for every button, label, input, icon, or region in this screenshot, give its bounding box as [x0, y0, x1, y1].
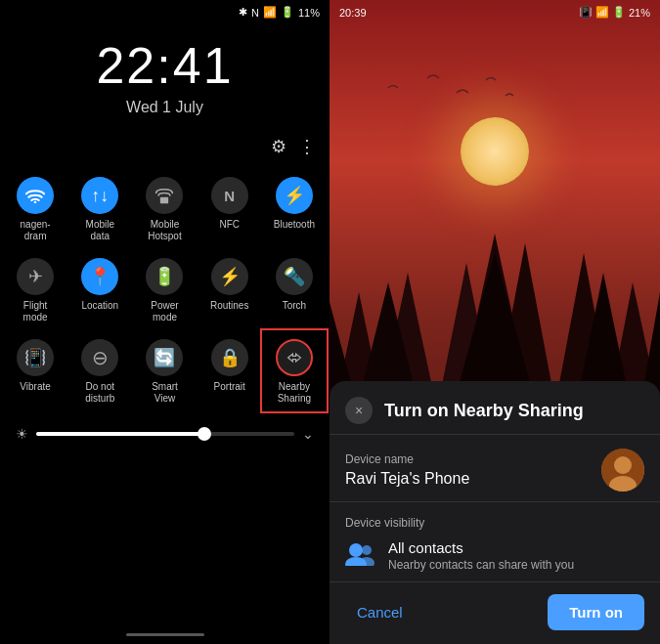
settings-icon[interactable]: ⚙ — [271, 136, 286, 157]
sheet-title: Turn on Nearby Sharing — [384, 401, 584, 421]
smart-view-label: SmartView — [152, 381, 178, 405]
home-indicator — [126, 633, 204, 636]
right-panel: 20:39 📳 📶 🔋 21% × Turn on Nearby Sharing… — [330, 0, 660, 644]
torch-label: Torch — [283, 300, 306, 312]
user-avatar — [601, 449, 644, 492]
mobile-data-label: Mobiledata — [86, 219, 114, 242]
device-name-label: Device name — [345, 452, 469, 466]
visibility-title: All contacts — [388, 539, 574, 556]
signal-status-icon: 📶 — [595, 6, 609, 19]
nfc-icon: N — [211, 177, 248, 214]
dnd-icon: ⊖ — [81, 339, 118, 376]
sheet-header: × Turn on Nearby Sharing — [330, 381, 660, 435]
svg-point-17 — [614, 456, 632, 474]
status-bar-right: 20:39 📳 📶 🔋 21% — [330, 0, 660, 19]
tile-nearby-sharing[interactable]: NearbySharing — [263, 331, 326, 410]
close-icon: × — [355, 403, 363, 418]
device-name-text-group: Device name Ravi Teja's Phone — [345, 452, 469, 488]
vibrate-icon: 📳 — [17, 339, 54, 376]
tile-portrait[interactable]: 🔒 Portrait — [198, 331, 261, 410]
tile-routines[interactable]: ⚡ Routines — [198, 250, 261, 329]
torch-icon: 🔦 — [276, 258, 313, 295]
routines-label: Routines — [210, 300, 248, 312]
routines-icon: ⚡ — [211, 258, 248, 295]
vibrate-status-icon: 📳 — [579, 6, 593, 19]
date-display: Wed 1 July — [0, 99, 330, 116]
visibility-option-row[interactable]: All contacts Nearby contacts can share w… — [345, 539, 644, 572]
dnd-label: Do notdisturb — [85, 381, 114, 405]
nearby-sharing-sheet: × Turn on Nearby Sharing Device name Rav… — [330, 381, 660, 644]
battery-pct-right: 21% — [629, 7, 650, 19]
visibility-text: All contacts Nearby contacts can share w… — [388, 539, 574, 572]
portrait-label: Portrait — [214, 381, 245, 393]
svg-point-20 — [362, 545, 372, 555]
birds-svg — [359, 59, 554, 137]
tile-bluetooth[interactable]: ⚡ Bluetooth — [263, 169, 326, 248]
battery-status-right: 🔋 — [612, 6, 626, 19]
turn-on-button[interactable]: Turn on — [548, 594, 644, 630]
power-mode-icon: 🔋 — [146, 258, 183, 295]
location-icon: 📍 — [81, 258, 118, 295]
nearby-sharing-label: NearbySharing — [278, 381, 311, 405]
tile-torch[interactable]: 🔦 Torch — [263, 250, 326, 329]
svg-rect-1 — [160, 197, 168, 204]
mobile-data-icon: ↑↓ — [81, 177, 118, 214]
bluetooth-status-icon: ✱ — [239, 6, 247, 19]
tile-smart-view[interactable]: 🔄 SmartView — [133, 331, 196, 410]
status-bar-left: ✱ N 📶 🔋 11% — [0, 0, 330, 19]
brightness-expand-icon[interactable]: ⌄ — [302, 426, 314, 442]
hotspot-label: MobileHotspot — [148, 219, 181, 242]
location-label: Location — [81, 300, 118, 312]
tile-power-mode[interactable]: 🔋 Powermode — [133, 250, 196, 329]
device-name-value: Ravi Teja's Phone — [345, 470, 469, 488]
vibrate-label: Vibrate — [20, 381, 51, 393]
bluetooth-label: Bluetooth — [274, 219, 315, 231]
portrait-icon: 🔒 — [211, 339, 248, 376]
sheet-actions: Cancel Turn on — [330, 582, 660, 636]
battery-percent: 11% — [298, 7, 320, 19]
cancel-button[interactable]: Cancel — [345, 596, 415, 628]
smart-view-icon: 🔄 — [146, 339, 183, 376]
clock-display: 22:41 — [0, 36, 330, 95]
nfc-status-icon: N — [251, 7, 259, 19]
battery-icon: 🔋 — [281, 6, 294, 19]
signal-icon: 📶 — [263, 6, 277, 19]
brightness-icon: ☀ — [16, 426, 28, 442]
device-name-section: Device name Ravi Teja's Phone — [330, 435, 660, 502]
time-right: 20:39 — [339, 7, 367, 19]
flight-mode-icon: ✈ — [17, 258, 54, 295]
visibility-label: Device visibility — [345, 516, 644, 530]
device-visibility-section: Device visibility All contacts Nearby co… — [330, 502, 660, 582]
brightness-bar[interactable] — [36, 432, 294, 436]
tile-nfc[interactable]: N NFC — [198, 169, 261, 248]
wifi-icon — [17, 177, 54, 214]
brightness-row[interactable]: ☀ ⌄ — [0, 416, 330, 442]
top-icon-row: ⚙ ⋮ — [0, 116, 330, 163]
svg-point-19 — [349, 543, 363, 557]
nearby-sharing-icon — [276, 339, 313, 376]
tile-hotspot[interactable]: MobileHotspot — [133, 169, 196, 248]
hotspot-icon — [146, 177, 183, 214]
tile-location[interactable]: 📍 Location — [68, 250, 131, 329]
svg-point-0 — [34, 201, 37, 203]
close-sheet-button[interactable]: × — [345, 397, 373, 424]
more-options-icon[interactable]: ⋮ — [298, 136, 316, 157]
contacts-icon — [345, 540, 376, 572]
status-icons-right: 📳 📶 🔋 21% — [579, 6, 650, 19]
tile-wifi[interactable]: nagen-dram — [4, 169, 66, 248]
tile-vibrate[interactable]: 📳 Vibrate — [4, 331, 66, 410]
tile-mobile-data[interactable]: ↑↓ Mobiledata — [68, 169, 131, 248]
left-panel: ✱ N 📶 🔋 11% 22:41 Wed 1 July ⚙ ⋮ nagen-d… — [0, 0, 330, 644]
brightness-fill — [36, 432, 204, 436]
quick-tiles-grid: nagen-dram ↑↓ Mobiledata MobileHotspot N… — [0, 163, 330, 416]
visibility-sub: Nearby contacts can share with you — [388, 558, 574, 572]
tile-flight-mode[interactable]: ✈ Flightmode — [4, 250, 66, 329]
tile-dnd[interactable]: ⊖ Do notdisturb — [68, 331, 131, 410]
wifi-label: nagen-dram — [21, 219, 51, 242]
nfc-label: NFC — [219, 219, 240, 231]
bluetooth-icon: ⚡ — [276, 177, 313, 214]
power-mode-label: Powermode — [151, 300, 178, 323]
flight-mode-label: Flightmode — [23, 300, 48, 323]
brightness-thumb — [198, 427, 211, 441]
